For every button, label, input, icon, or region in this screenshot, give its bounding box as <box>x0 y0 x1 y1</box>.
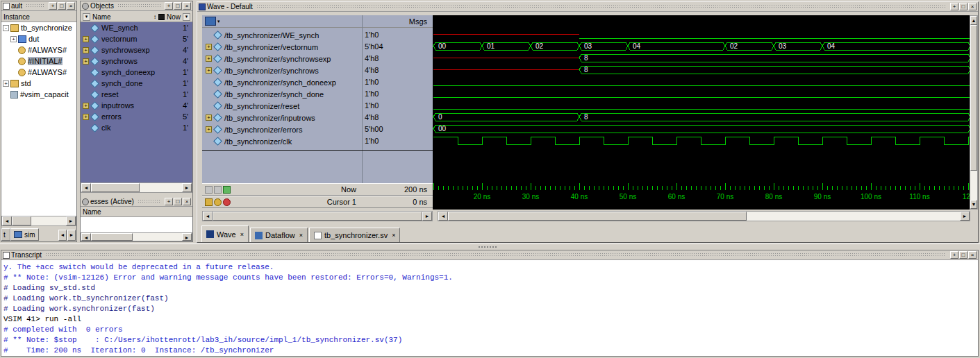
objects-row-synch-doneexp[interactable]: +synch_doneexp1' <box>81 67 192 78</box>
wave-left-scrollbar[interactable]: ◄ ► <box>202 211 433 221</box>
expand-icon[interactable]: + <box>206 67 212 74</box>
scroll-thumb[interactable] <box>213 212 422 221</box>
wave-cursor-row[interactable]: Cursor 1 0 ns <box>202 196 433 208</box>
objects-row-synch-done[interactable]: +synch_done1' <box>81 78 192 89</box>
scroll-thumb[interactable] <box>91 183 140 192</box>
tree-item-dut[interactable]: +dut <box>1 33 76 44</box>
scroll-thumb[interactable] <box>448 212 747 221</box>
wave-window-add-button[interactable]: + <box>950 3 958 10</box>
objects-row-we-synch[interactable]: +WE_synch1' <box>81 22 192 33</box>
scroll-right-icon[interactable]: ► <box>182 183 192 192</box>
scroll-track[interactable] <box>12 216 66 225</box>
tab-tb-synchronizer-sv[interactable]: tb_synchronizer.sv× <box>309 228 400 242</box>
expander-icon[interactable]: + <box>3 80 9 87</box>
waveform-canvas[interactable]: 000102030402030488080020 ns30 ns40 ns50 … <box>433 15 970 210</box>
collapse-icon[interactable] <box>214 186 222 194</box>
wave-signal-reset[interactable]: /tb_synchronizer/reset <box>202 100 362 112</box>
tab-close-icon[interactable]: × <box>392 232 395 239</box>
sim-panel-add-button[interactable]: + <box>49 2 57 10</box>
tree-item-initial[interactable]: #INITIAL# <box>1 56 76 67</box>
expander-icon[interactable]: - <box>3 25 9 31</box>
transcript-close-button[interactable]: × <box>968 251 977 259</box>
scroll-down-icon[interactable]: ▼ <box>970 200 977 209</box>
tab-dataflow[interactable]: Dataflow× <box>250 228 308 242</box>
wave-vertical-scrollbar[interactable]: ▲ ▼ <box>970 15 978 210</box>
sim-panel-titlebar[interactable]: ault +□× <box>1 1 76 11</box>
tab-scroll-right-icon[interactable]: ► <box>67 230 76 241</box>
sort-icon[interactable]: ↕ <box>153 14 156 20</box>
scroll-track[interactable] <box>970 25 977 200</box>
transcript-undock-button[interactable]: □ <box>959 251 967 259</box>
tab-scroll-left-icon[interactable]: ◄ <box>58 230 67 241</box>
expand-icon[interactable]: + <box>83 58 89 65</box>
scroll-left-icon[interactable]: ◄ <box>203 212 213 221</box>
wave-signal-inputrows[interactable]: +/tb_synchronizer/inputrows <box>202 112 362 123</box>
transcript-titlebar[interactable]: Transcript +□× <box>1 250 978 260</box>
splitter-grip-icon[interactable] <box>478 246 497 249</box>
objects-row-vectornum[interactable]: +vectornum5' <box>81 33 192 44</box>
objects-row-synchrows[interactable]: +synchrows4' <box>81 56 192 67</box>
dropdown-icon[interactable]: ▾ <box>217 19 220 24</box>
column-divider[interactable] <box>362 15 363 208</box>
objects-panel-close-button[interactable]: × <box>183 2 191 10</box>
tab-sim[interactable]: sim <box>10 228 39 241</box>
scroll-thumb[interactable] <box>12 216 31 225</box>
tree-item-always[interactable]: #ALWAYS# <box>1 67 76 78</box>
wave-signal-we-synch[interactable]: /tb_synchronizer/WE_synch <box>202 29 362 41</box>
scroll-left-icon[interactable]: ◄ <box>2 216 12 225</box>
scroll-track[interactable] <box>91 183 182 192</box>
transcript-log[interactable]: y. The +acc switch would be deprecated i… <box>1 261 978 356</box>
signal-group-icon[interactable] <box>205 17 216 26</box>
wave-signal-synch-doneexp[interactable]: /tb_synchronizer/synch_doneexp <box>202 76 362 88</box>
processes-panel-grip-handle[interactable] <box>138 199 160 204</box>
horizontal-splitter[interactable] <box>0 244 980 250</box>
objects-row-synchrowsexp[interactable]: +synchrowsexp4' <box>81 44 192 56</box>
wave-signal-synch-done[interactable]: /tb_synchronizer/synch_done <box>202 88 362 100</box>
dropdown-icon[interactable]: ▾ <box>83 13 90 21</box>
wave-signal-errors[interactable]: +/tb_synchronizer/errors <box>202 123 362 135</box>
tree-item-tb-synchronize[interactable]: -tb_synchronize <box>1 22 76 33</box>
instance-column-header[interactable]: Instance <box>1 12 76 22</box>
wave-signal-vectornum[interactable]: +/tb_synchronizer/vectornum <box>202 41 362 53</box>
scroll-track[interactable] <box>448 212 960 221</box>
objects-panel-add-button[interactable]: + <box>165 2 173 10</box>
processes-panel-close-button[interactable]: × <box>183 198 191 205</box>
wave-time-scrollbar[interactable]: ◄ ► <box>438 211 970 221</box>
objects-column-header[interactable]: ▾ Name ↕ Now ▾ <box>81 12 192 22</box>
objects-row-inputrows[interactable]: +inputrows4' <box>81 100 192 111</box>
tree-item-std[interactable]: +std <box>1 78 76 89</box>
objects-row-errors[interactable]: +errors5' <box>81 111 192 122</box>
sim-panel-undock-button[interactable]: □ <box>58 2 66 10</box>
objects-horizontal-scrollbar[interactable]: ◄ ► <box>81 182 192 193</box>
expand-icon[interactable]: + <box>83 47 89 53</box>
expand-icon[interactable]: + <box>206 126 212 133</box>
sim-panel-grip-handle[interactable] <box>26 3 44 8</box>
add-cursor-icon[interactable] <box>223 186 231 194</box>
scroll-thumb[interactable] <box>970 25 977 171</box>
scroll-right-icon[interactable]: ► <box>182 233 192 241</box>
scroll-left-icon[interactable]: ◄ <box>81 183 91 192</box>
scroll-right-icon[interactable]: ► <box>960 212 970 221</box>
scroll-left-icon[interactable]: ◄ <box>438 212 448 221</box>
wave-window-close-button[interactable]: × <box>968 3 977 10</box>
msgs-column-header[interactable]: Msgs <box>409 17 430 26</box>
tab-close-icon[interactable]: × <box>240 231 244 238</box>
scroll-up-icon[interactable]: ▲ <box>970 16 977 25</box>
objects-panel-titlebar[interactable]: Objects +□× <box>81 1 192 11</box>
scroll-right-icon[interactable]: ► <box>422 212 432 221</box>
expand-icon[interactable]: + <box>83 103 89 109</box>
objects-row-clk[interactable]: +clk1' <box>81 122 192 133</box>
tab-close-icon[interactable]: × <box>299 232 303 239</box>
expand-icon[interactable]: + <box>83 36 89 42</box>
sheet-icon[interactable] <box>205 186 213 194</box>
wave-grip-handle[interactable] <box>256 4 946 9</box>
wave-window-undock-button[interactable]: □ <box>959 3 967 10</box>
wave-window-titlebar[interactable]: Wave - Default +□× <box>197 2 978 12</box>
expand-icon[interactable]: + <box>206 114 212 121</box>
transcript-add-button[interactable]: + <box>950 251 958 259</box>
tree-item-vsim-capacit[interactable]: #vsim_capacit <box>1 89 76 100</box>
objects-row-reset[interactable]: +reset1' <box>81 89 192 100</box>
processes-column-header[interactable]: Name <box>81 207 192 217</box>
tab-partial[interactable]: t <box>1 228 10 241</box>
sim-horizontal-scrollbar[interactable]: ◄ ► <box>1 216 76 226</box>
